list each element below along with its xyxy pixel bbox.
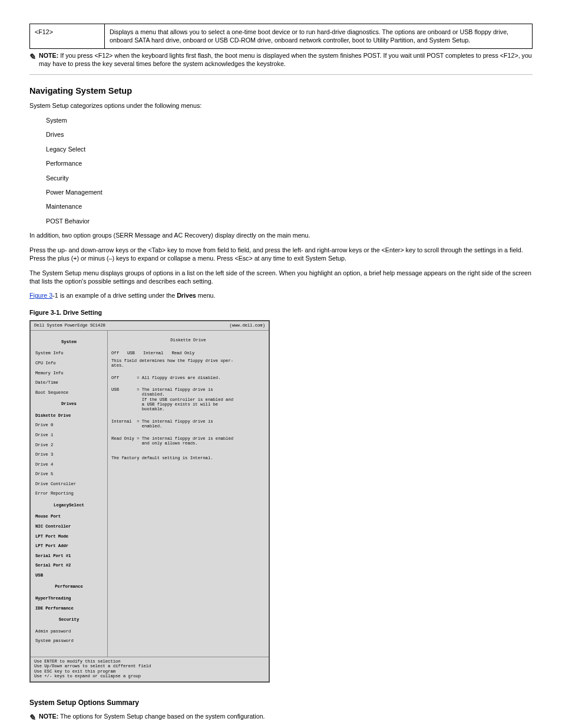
bios-item: NIC Controller [34,524,104,529]
summary-heading: System Setup Options Summary [29,698,533,707]
bios-item: System password [34,638,104,643]
bios-default: The factory default setting is Internal. [111,456,265,460]
list-item: Drives [46,130,533,139]
list-item: Maintenance [46,202,533,210]
bios-item: HyperThreading [34,596,104,601]
bios-opt: USB [127,351,135,355]
bios-item: Memory Info [34,371,104,375]
fig-ref-b: -1 is an example of a drive setting unde… [52,292,177,299]
list-item: Legacy Select [46,145,533,153]
note-text: If you press <F12> when the keyboard lig… [39,52,532,67]
bios-item: USB [34,573,104,578]
bios-item: Date/Time [34,380,104,385]
bios-left-menu: System System Info CPU Info Memory Info … [31,331,108,657]
bios-item: Drive 1 [34,433,104,437]
bios-item: Drive 5 [34,472,104,476]
bios-item: LPT Port Mode [34,534,104,539]
bios-url: (www.dell.com) [230,323,265,328]
boot-key-cell: <F12> [30,24,105,49]
boot-key-text: <F12> [35,28,53,35]
bios-intro: This field determines how the floppy dri… [111,358,265,368]
bios-screenshot: Dell System PowerEdge SC1420 (www.dell.c… [29,320,270,683]
bios-line-int: Internal = The internal floppy drive is … [111,419,265,429]
bios-item: Mouse Port [34,514,104,519]
bios-opt: Read Only [171,351,194,355]
fig-ref: Figure 3-1 is an example of a drive sett… [29,291,533,299]
list-item: Performance [46,159,533,167]
bios-item: Drive Controller [34,482,104,486]
nav-p2: In addition, two option groups (SERR Mes… [29,231,533,239]
pencil-icon: ✎ [28,712,39,723]
list-item: Power Management [46,188,533,196]
bios-item: Serial Port #1 [34,554,104,558]
bios-cat-drives: Drives [34,401,104,406]
note-body: NOTE: If you press <F12> when the keyboa… [39,51,533,68]
nav-p3: Press the up- and down-arrow keys or the… [29,246,533,263]
bios-line-usb: USB = The internal floppy drive is disab… [111,387,265,411]
bios-item: Serial Port #2 [34,563,104,568]
bios-item: Drive 2 [34,443,104,447]
bios-item: CPU Info [34,361,104,365]
bios-right-panel: Diskette Drive OffUSBInternalRead Only T… [108,331,269,657]
bios-item: Error Reporting [34,491,104,496]
boot-key-desc-1: Displays a menu that allows you to selec… [110,28,508,35]
list-item: POST Behavior [46,217,533,225]
note-label-2: NOTE: [39,713,58,720]
bios-item: IDE Performance [34,606,104,611]
note-block-2: ✎ NOTE: The options for System Setup cha… [29,712,533,723]
bios-opt: Off [111,351,119,355]
boot-key-desc-cell: Displays a menu that allows you to selec… [105,24,533,49]
bios-cat-legacy: LegacySelect [34,503,104,508]
fig-ref-d: menu. [196,292,216,299]
bios-item: Admin password [34,629,104,634]
bios-options-row: OffUSBInternalRead Only [111,351,203,355]
bios-cat-performance: Performance [34,584,104,589]
note-block: ✎ NOTE: If you press <F12> when the keyb… [29,51,533,68]
rule [29,74,533,75]
figure-link[interactable]: Figure 3 [29,292,52,299]
bios-item: System Info [34,351,104,355]
list-item: Security [46,174,533,182]
bios-item: Drive 0 [34,423,104,427]
bios-cat-security: Security [34,617,104,622]
bios-item: Drive 3 [34,452,104,457]
navigating-heading: Navigating System Setup [29,85,533,97]
nav-p4: The System Setup menu displays groups of… [29,269,533,286]
bios-item-selected: Diskette Drive [34,413,104,418]
bios-product: Dell System PowerEdge SC1420 [34,323,105,328]
bios-cat-system: System [34,340,104,344]
bios-item: Drive 4 [34,462,104,467]
note-body-2: NOTE: The options for System Setup chang… [39,712,533,720]
boot-key-table: <F12> Displays a menu that allows you to… [29,24,533,49]
boot-key-desc-2: onboard SATA hard drive, onboard or USB … [110,37,470,44]
bios-opt: Internal [143,351,164,355]
bios-help: Use ENTER to modify this selection Use U… [31,657,269,681]
nav-p3a: Press the up- and down-arrow keys or the… [29,246,303,253]
bios-item: LPT Port Addr [34,543,104,548]
nav-list: System Drives Legacy Select Performance … [46,116,533,226]
note-label: NOTE: [39,52,58,59]
fig-ref-c: Drives [177,292,196,299]
list-item: System [46,116,533,124]
note-text-2: The options for System Setup change base… [58,713,265,720]
figure-caption: Figure 3-1. Drive Setting [29,308,533,317]
pencil-icon: ✎ [28,51,39,62]
bios-line-off: Off = All floppy drives are disabled. [111,375,265,380]
bios-panel-title: Diskette Drive [111,338,265,342]
bios-item: Boot Sequence [34,390,104,395]
bios-line-ro: Read Only = The internal floppy drive is… [111,436,265,446]
nav-p1: System Setup categorizes options under t… [29,101,533,110]
